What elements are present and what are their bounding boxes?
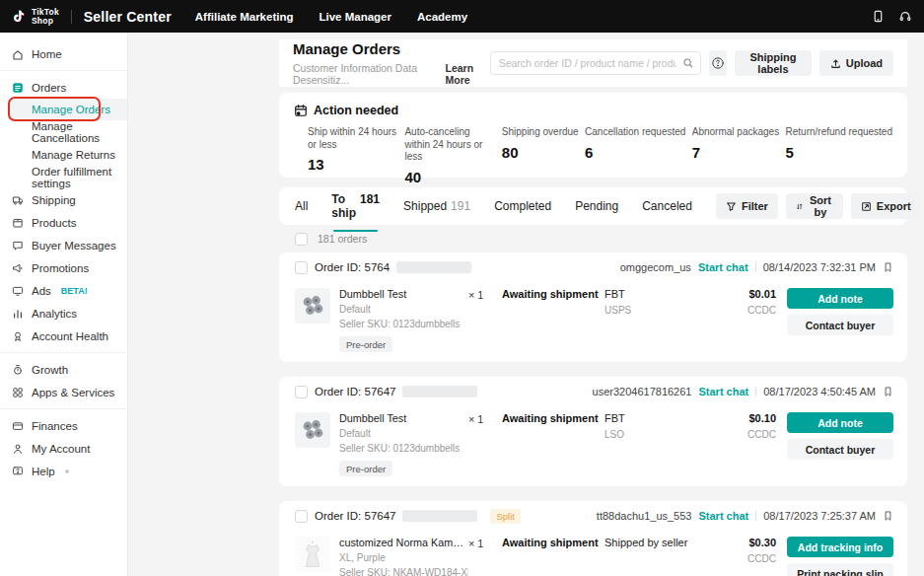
sidebar-item-manage-returns[interactable]: Manage Returns xyxy=(0,143,127,166)
sidebar-item-apps-services[interactable]: Apps & Services xyxy=(0,381,127,403)
product-name[interactable]: Dumbbell Test xyxy=(339,412,460,424)
search-icon[interactable] xyxy=(682,57,694,69)
order-checkbox[interactable] xyxy=(295,386,308,398)
sidebar-item-finances[interactable]: Finances xyxy=(0,414,127,437)
sidebar-item-help[interactable]: Help xyxy=(0,460,127,482)
headset-icon[interactable] xyxy=(898,10,912,23)
order-checkbox[interactable] xyxy=(295,510,308,523)
bookmark-icon[interactable] xyxy=(883,510,893,522)
upload-button[interactable]: Upload xyxy=(819,50,893,76)
sidebar-item-promotions[interactable]: Promotions xyxy=(0,256,127,279)
sidebar-item-account-health[interactable]: Account Health xyxy=(0,324,127,347)
start-chat-link[interactable]: Start chat xyxy=(698,261,748,273)
buyer-username[interactable]: omggecom_us xyxy=(620,261,691,273)
buyer-username[interactable]: user3204617816261 xyxy=(593,386,692,397)
product-variant: XL, Purple xyxy=(339,552,468,563)
sidebar-item-manage-cancellations[interactable]: Manage Cancellations xyxy=(0,120,127,143)
tab-to-ship[interactable]: To ship181 xyxy=(331,192,380,220)
sidebar-item-label: Ads xyxy=(32,285,51,297)
bookmark-icon[interactable] xyxy=(883,261,893,273)
sidebar-item-label: Growth xyxy=(32,364,68,376)
sidebar-item-buyer-messages[interactable]: Buyer Messages xyxy=(0,234,127,256)
order-id-label: Order ID: 57647 xyxy=(315,510,395,522)
tab-shipped[interactable]: Shipped191 xyxy=(403,199,470,213)
product-image-dumbbells[interactable] xyxy=(295,288,330,324)
page-header: Manage Orders Customer Information Data … xyxy=(279,39,907,87)
help-circle-icon xyxy=(711,56,725,70)
tab-completed[interactable]: Completed xyxy=(494,199,551,213)
stat-label: Ship within 24 hours or less xyxy=(308,126,398,151)
sidebar-item-orders[interactable]: Orders xyxy=(0,76,127,99)
sort-button[interactable]: Sort by xyxy=(786,193,843,219)
add-note-button[interactable]: Add note xyxy=(787,412,893,433)
sidebar-item-label: Analytics xyxy=(32,308,77,320)
sidebar-item-products[interactable]: Products xyxy=(0,211,127,234)
stat-label: Cancellation requested xyxy=(585,126,685,139)
order-checkbox[interactable] xyxy=(295,261,308,274)
product-name[interactable]: customized Norma Kamali Diana... xyxy=(339,537,468,548)
filter-label: Filter xyxy=(742,200,768,212)
sidebar-item-label: Order fulfillment settings xyxy=(32,166,127,189)
bookmark-icon[interactable] xyxy=(883,386,893,397)
buyer-username[interactable]: tt88dachu1_us_553 xyxy=(597,510,692,522)
stat-shipping-overdue[interactable]: Shipping overdue 80 xyxy=(502,126,579,185)
contact-buyer-button[interactable]: Contact buyer xyxy=(787,315,893,335)
start-chat-link[interactable]: Start chat xyxy=(698,510,748,522)
stat-label: Auto-canceling within 24 hours or less xyxy=(404,126,495,164)
sidebar-item-growth[interactable]: Growth xyxy=(0,358,127,381)
stat-ship-24h[interactable]: Ship within 24 hours or less 13 xyxy=(308,126,398,185)
select-all-checkbox[interactable] xyxy=(295,233,308,246)
print-packing-slip-button[interactable]: Print packing slip xyxy=(787,563,893,576)
add-note-button[interactable]: Add note xyxy=(787,288,893,309)
stat-return-refund[interactable]: Return/refund requested 5 xyxy=(786,126,892,185)
product-image-dumbbells[interactable] xyxy=(295,412,330,448)
stat-value: 7 xyxy=(692,144,779,161)
sidebar-item-order-fulfillment-settings[interactable]: Order fulfillment settings xyxy=(0,166,127,188)
product-sku: Seller SKU: 0123dumbbells xyxy=(339,319,460,329)
shipping-labels-button[interactable]: Shipping labels xyxy=(735,50,812,76)
price-code: CCDC xyxy=(715,429,776,440)
add-tracking-info-button[interactable]: Add tracking info xyxy=(787,537,893,557)
sidebar-item-ads[interactable]: Ads BETA! xyxy=(0,279,127,302)
nav-live-manager[interactable]: Live Manager xyxy=(319,11,391,23)
sidebar-item-shipping[interactable]: Shipping xyxy=(0,188,127,211)
sidebar-item-my-account[interactable]: My Account xyxy=(0,437,127,460)
sidebar-item-analytics[interactable]: Analytics xyxy=(0,302,127,324)
filter-button[interactable]: Filter xyxy=(716,193,778,219)
sidebar-item-home[interactable]: Home xyxy=(0,42,127,65)
action-needed-title: Action needed xyxy=(314,104,398,117)
stat-auto-cancel[interactable]: Auto-canceling within 24 hours or less 4… xyxy=(404,126,495,185)
stat-label: Shipping overdue xyxy=(502,126,579,139)
orders-icon xyxy=(12,82,24,94)
tab-label: Canceled xyxy=(642,199,692,213)
tab-canceled[interactable]: Canceled xyxy=(642,199,692,213)
export-button[interactable]: Export xyxy=(851,193,921,219)
order-card: Order ID: 57647 user3204617816261 Start … xyxy=(279,377,907,486)
product-name[interactable]: Dumbbell Test xyxy=(339,288,460,300)
tiktok-shop-logo[interactable]: TikTok Shop xyxy=(12,8,59,26)
start-chat-link[interactable]: Start chat xyxy=(698,386,748,397)
contact-buyer-button[interactable]: Contact buyer xyxy=(787,439,893,460)
help-button[interactable] xyxy=(709,50,727,76)
product-image-dress-white[interactable] xyxy=(295,537,330,572)
tiktok-note-icon xyxy=(12,8,27,25)
stat-abnormal-packages[interactable]: Abnormal packages 7 xyxy=(692,126,779,185)
tab-label: All xyxy=(295,199,308,213)
sidebar-item-label: Manage Returns xyxy=(32,149,115,161)
tab-pending[interactable]: Pending xyxy=(575,199,618,213)
stat-value: 6 xyxy=(585,144,685,161)
mobile-icon[interactable] xyxy=(872,10,885,23)
sidebar-item-manage-orders[interactable]: Manage Orders xyxy=(8,99,127,120)
tab-all[interactable]: All xyxy=(295,199,308,213)
learn-more-link[interactable]: Learn More xyxy=(446,62,490,86)
sidebar-divider xyxy=(0,352,127,353)
search-input[interactable] xyxy=(490,51,701,75)
nav-academy[interactable]: Academy xyxy=(417,11,467,23)
order-card: Order ID: 57647 Split tt88dachu1_us_553 … xyxy=(279,501,907,576)
stat-cancellation-requested[interactable]: Cancellation requested 6 xyxy=(585,126,685,185)
box-icon xyxy=(12,217,24,229)
order-card: Order ID: 5764 omggecom_us Start chat 08… xyxy=(279,252,907,362)
sidebar-item-label: Account Health xyxy=(32,330,108,342)
nav-affiliate-marketing[interactable]: Affiliate Marketing xyxy=(195,11,294,23)
sort-label: Sort by xyxy=(808,194,833,218)
